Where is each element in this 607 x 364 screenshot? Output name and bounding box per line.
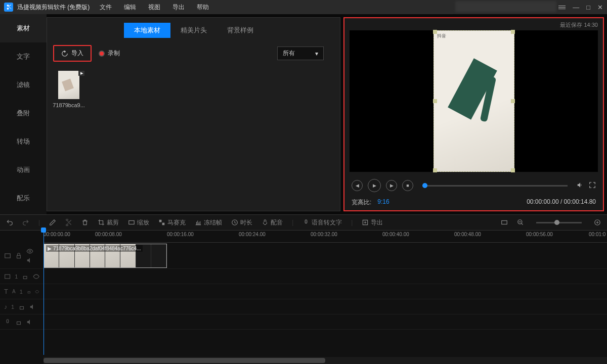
- close-icon[interactable]: ✕: [597, 4, 603, 11]
- svg-rect-15: [20, 306, 24, 309]
- tab-intro[interactable]: 精美片头: [170, 23, 217, 38]
- menu-help[interactable]: 帮助: [197, 3, 209, 12]
- sidebar-item-filter[interactable]: 滤镜: [0, 71, 47, 99]
- material-tabs: 本地素材 精美片头 背景样例: [47, 23, 340, 38]
- handle-mr[interactable]: [511, 99, 515, 103]
- menu-export[interactable]: 导出: [172, 3, 185, 12]
- stop-button[interactable]: ■: [402, 180, 413, 191]
- track-body[interactable]: [44, 314, 607, 329]
- time-ruler[interactable]: 00:00:00.00 00:00:08.00 00:00:16.00 00:0…: [44, 231, 607, 243]
- prev-frame-button[interactable]: ◀: [352, 180, 363, 191]
- horizontal-scrollbar[interactable]: [44, 357, 607, 364]
- video-viewport[interactable]: 抖音: [350, 30, 598, 172]
- zoom-slider[interactable]: [536, 222, 582, 223]
- material-library: ▶ 71879bca9...: [47, 67, 340, 112]
- video-clip[interactable]: ▶ 71879bca9b8ba2daf04f8484ac776c4...: [44, 244, 167, 268]
- crop-tool[interactable]: 裁剪: [98, 218, 119, 227]
- next-frame-button[interactable]: ▶: [386, 180, 397, 191]
- sidebar-item-transition[interactable]: 转场: [0, 127, 47, 156]
- lock-icon[interactable]: [15, 252, 22, 259]
- timeline: 00:00:00.00 00:00:08.00 00:00:16.00 00:0…: [0, 231, 607, 364]
- menu-bar: 文件 编辑 视图 导出 帮助: [100, 3, 209, 12]
- film-icon: [4, 252, 11, 259]
- eye-icon[interactable]: [35, 288, 39, 295]
- progress-handle[interactable]: [422, 183, 427, 188]
- record-icon: [99, 51, 105, 57]
- time-current: 00:00:00.00: [527, 198, 558, 205]
- hamburger-icon[interactable]: [558, 6, 566, 9]
- zoom-in-button[interactable]: [594, 219, 601, 226]
- material-panel: 本地素材 精美片头 背景样例 导入 录制 所有 ▾ ▶ 71879bca9...: [47, 17, 340, 211]
- svg-rect-6: [502, 221, 507, 224]
- menu-view[interactable]: 视图: [148, 3, 160, 12]
- eye-icon[interactable]: [26, 248, 33, 255]
- track-body[interactable]: [44, 299, 607, 314]
- tab-bg[interactable]: 背景样例: [217, 23, 264, 38]
- handle-tr[interactable]: [511, 30, 515, 34]
- ruler-tick: 00:00:16.00: [167, 232, 194, 237]
- track-body[interactable]: ▶ 71879bca9b8ba2daf04f8484ac776c4...: [44, 243, 607, 268]
- track-head-video: [0, 243, 44, 268]
- import-button[interactable]: 导入: [53, 45, 92, 62]
- track-head-overlay: 1: [0, 269, 44, 284]
- handle-br[interactable]: [511, 168, 515, 172]
- tab-local[interactable]: 本地素材: [124, 23, 170, 38]
- progress-bar[interactable]: [422, 185, 568, 187]
- sidebar-item-overlay[interactable]: 叠附: [0, 99, 47, 127]
- svg-rect-1: [159, 220, 162, 222]
- speaker-icon[interactable]: [29, 303, 36, 310]
- fullscreen-icon[interactable]: [589, 181, 596, 190]
- zoom-tool[interactable]: 缩放: [128, 218, 149, 227]
- handle-tl[interactable]: [433, 30, 437, 34]
- record-button[interactable]: 录制: [99, 49, 120, 58]
- speaker-icon[interactable]: [26, 318, 33, 326]
- zoom-handle[interactable]: [554, 220, 559, 225]
- lock-icon[interactable]: [18, 303, 25, 310]
- filter-dropdown[interactable]: 所有 ▾: [277, 47, 324, 60]
- volume-icon[interactable]: [577, 181, 584, 190]
- minimize-icon[interactable]: —: [573, 4, 579, 11]
- playhead[interactable]: [44, 228, 44, 355]
- video-content[interactable]: 抖音: [433, 30, 514, 172]
- material-thumb[interactable]: ▶ 71879bca9...: [53, 71, 84, 108]
- text-track: TA 1: [0, 284, 607, 299]
- ruler-tick: 00:00:24.00: [239, 232, 266, 237]
- lock-icon[interactable]: [22, 273, 28, 280]
- sidebar-item-music[interactable]: 配乐: [0, 184, 47, 212]
- menu-file[interactable]: 文件: [100, 3, 112, 12]
- preview-info: 宽高比: 9:16 00:00:00.00 / 00:00:14.80: [344, 196, 603, 212]
- duration-tool[interactable]: 时长: [231, 218, 252, 227]
- track-body[interactable]: [44, 284, 607, 299]
- sidebar-item-material[interactable]: 素材: [0, 14, 47, 42]
- track-number: 1: [15, 274, 18, 280]
- speaker-icon[interactable]: [26, 257, 33, 264]
- mosaic-tool[interactable]: 马赛克: [158, 218, 186, 227]
- time-display: 00:00:00.00 / 00:00:14.80: [527, 198, 596, 207]
- lock-icon[interactable]: [15, 318, 22, 326]
- lock-icon[interactable]: [27, 288, 31, 295]
- sidebar-item-text[interactable]: 文字: [0, 42, 47, 71]
- track-head-voice: [0, 314, 44, 329]
- speech-tool[interactable]: 语音转文字: [302, 218, 342, 227]
- menu-edit[interactable]: 编辑: [124, 3, 136, 12]
- sidebar-item-animation[interactable]: 动画: [0, 156, 47, 184]
- handle-bl[interactable]: [433, 168, 437, 172]
- ratio-value[interactable]: 9:16: [377, 198, 389, 207]
- fit-button[interactable]: [501, 219, 508, 226]
- cut-button[interactable]: [65, 219, 72, 226]
- edit-button[interactable]: [49, 219, 56, 226]
- maximize-icon[interactable]: □: [586, 4, 590, 11]
- handle-ml[interactable]: [433, 99, 437, 103]
- freeze-tool[interactable]: 冻结帧: [195, 218, 222, 227]
- delete-button[interactable]: [81, 219, 89, 226]
- track-body[interactable]: [44, 269, 607, 284]
- eye-icon[interactable]: [33, 273, 39, 280]
- redo-button[interactable]: [22, 219, 29, 226]
- last-saved-label: 最近保存 14:30: [560, 21, 598, 29]
- export-tool[interactable]: 导出: [362, 218, 383, 227]
- scrollbar-thumb[interactable]: [44, 358, 325, 363]
- undo-button[interactable]: [6, 219, 13, 226]
- play-button[interactable]: ▶: [368, 179, 381, 192]
- dub-tool[interactable]: 配音: [262, 218, 283, 227]
- zoom-out-button[interactable]: [517, 219, 524, 226]
